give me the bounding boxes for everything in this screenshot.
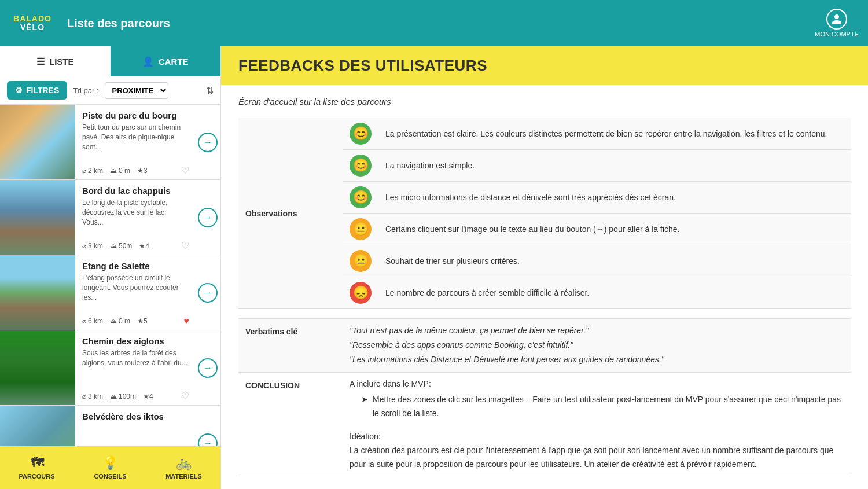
logo: BALADO VÉLO <box>9 14 56 32</box>
distance: ⌀ 3 km <box>82 242 103 250</box>
observation-text: Les micro informations de distance et dé… <box>378 182 851 214</box>
materiels-icon: 🚲 <box>176 455 192 470</box>
denivele-icon: ⛰ <box>110 317 117 325</box>
parcours-desc: Le long de la piste cyclable, découvrez … <box>82 198 189 237</box>
distance: ⌀ 3 km <box>82 392 103 400</box>
conclusion-content: A inclure dans le MVP: ➤ Mettre des zone… <box>343 372 851 476</box>
observation-text: La présentation est claire. Les couleurs… <box>378 118 851 150</box>
left-panel: ☰ LISTE 👤 CARTE ⚙ FILTRES Tri par : PROX… <box>0 46 221 489</box>
conclusion-label: CONCLUSION <box>238 372 343 476</box>
bottom-nav: 🗺 PARCOURS 💡 CONSEILS 🚲 MATERIELS <box>0 446 220 489</box>
parcours-desc <box>82 424 189 446</box>
parcours-meta: ⌀ 3 km ⛰ 100m ★4 ♡ <box>82 391 189 402</box>
user-icon <box>826 9 847 30</box>
parcours-image <box>0 180 75 255</box>
materiels-label: MATERIELS <box>165 473 202 480</box>
tab-liste[interactable]: ☰ LISTE <box>0 46 111 76</box>
parcours-meta: ⌀ 3 km ⛰ 50m ★4 ♡ <box>82 240 189 251</box>
main-layout: ☰ LISTE 👤 CARTE ⚙ FILTRES Tri par : PROX… <box>0 46 868 489</box>
emoji-cell: 😞 <box>343 277 378 309</box>
feedback-title: FEEDBACKS DES UTILISATEURS <box>238 57 487 74</box>
parcours-item[interactable]: Piste du parc du bourg Petit tour du par… <box>0 105 220 180</box>
conseils-icon: 💡 <box>102 455 118 470</box>
heart-empty-icon[interactable]: ♡ <box>181 391 189 402</box>
observation-text: Certains cliquent sur l'image ou le text… <box>378 214 851 245</box>
parcours-arrow: → <box>195 180 220 255</box>
parcours-item[interactable]: Chemin des aiglons Sous les arbres de la… <box>0 330 220 406</box>
parcours-go-button[interactable]: → <box>198 133 218 152</box>
sentiment-icon: 😐 <box>350 218 372 240</box>
user-account-button[interactable]: MON COMPTE <box>815 9 859 38</box>
distance-icon: ⌀ <box>82 317 86 325</box>
heart-empty-icon[interactable]: ♡ <box>181 165 189 176</box>
parcours-image <box>0 330 75 405</box>
ideation-label: Idéation: <box>350 430 844 444</box>
parcours-content: Etang de Salette L'étang possède un circ… <box>75 255 195 330</box>
conclusion-row: CONCLUSION A inclure dans le MVP: ➤ Mett… <box>238 372 851 476</box>
denivele: ⛰ 0 m <box>110 167 130 175</box>
observation-text: Le nombre de parcours à créer semble dif… <box>378 277 851 309</box>
filters-label: FILTRES <box>26 86 59 95</box>
parcours-item[interactable]: Belvédère des iktos → <box>0 406 220 446</box>
sentiment-icon: 😞 <box>350 282 372 304</box>
emoji-cell: 😐 <box>343 245 378 277</box>
parcours-go-button[interactable]: → <box>198 358 218 378</box>
emoji-cell: 😊 <box>343 118 378 150</box>
parcours-icon: 🗺 <box>31 455 43 470</box>
tab-carte[interactable]: 👤 CARTE <box>111 46 221 76</box>
parcours-go-button[interactable]: → <box>198 208 218 227</box>
parcours-content: Piste du parc du bourg Petit tour du par… <box>75 105 195 179</box>
bottom-nav-item-materiels[interactable]: 🚲 MATERIELS <box>147 455 220 480</box>
parcours-item[interactable]: Etang de Salette L'étang possède un circ… <box>0 255 220 330</box>
parcours-image <box>0 406 75 446</box>
tab-liste-label: LISTE <box>49 57 74 67</box>
top-header: BALADO VÉLO Liste des parcours MON COMPT… <box>0 0 868 46</box>
screen-label: Écran d'accueil sur la liste des parcour… <box>238 97 851 106</box>
conseils-label: CONSEILS <box>94 473 126 480</box>
parcours-name: Chemin des aiglons <box>82 336 189 346</box>
parcours-label: PARCOURS <box>19 473 54 480</box>
parcours-arrow: → <box>195 255 220 330</box>
parcours-list: Piste du parc du bourg Petit tour du par… <box>0 105 220 446</box>
sort-icon[interactable]: ⇅ <box>206 85 214 96</box>
parcours-go-button[interactable]: → <box>198 433 218 447</box>
observation-row: Observations 😊 La présentation est clair… <box>238 118 851 150</box>
filters-row: ⚙ FILTRES Tri par : PROXIMITE ⇅ <box>0 76 220 105</box>
parcours-image <box>0 255 75 330</box>
parcours-desc: Sous les arbres de la forêt des aiglons,… <box>82 348 189 387</box>
feedback-content: Écran d'accueil sur la liste des parcour… <box>221 85 868 489</box>
filters-button[interactable]: ⚙ FILTRES <box>7 81 67 100</box>
parcours-name: Piste du parc du bourg <box>82 111 189 120</box>
emoji-cell: 😊 <box>343 150 378 182</box>
stars: ★4 <box>143 392 153 400</box>
parcours-content: Bord du lac chappuis Le long de la piste… <box>75 180 195 255</box>
parcours-name: Belvédère des iktos <box>82 411 189 421</box>
conclusion-text: A inclure dans le MVP: ➤ Mettre des zone… <box>350 377 844 472</box>
parcours-item[interactable]: Bord du lac chappuis Le long de la piste… <box>0 180 220 255</box>
distance-icon: ⌀ <box>82 242 86 250</box>
observations-label: Observations <box>238 118 343 309</box>
heart-full-icon[interactable]: ♥ <box>184 316 190 326</box>
parcours-desc: Petit tour du parc sur un chemin pavé. D… <box>82 123 189 161</box>
right-panel: FEEDBACKS DES UTILISATEURS Écran d'accue… <box>221 46 868 489</box>
denivele: ⛰ 0 m <box>110 317 130 325</box>
parcours-desc: L'étang possède un circuit le longeant. … <box>82 273 189 312</box>
spacer-row <box>238 309 851 319</box>
conclusion-arrow-icon: ➤ <box>361 393 368 407</box>
parcours-meta: ⌀ 2 km ⛰ 0 m ★3 ♡ <box>82 165 189 176</box>
stars: ★5 <box>137 317 148 325</box>
tri-select[interactable]: PROXIMITE <box>105 82 168 99</box>
parcours-go-button[interactable]: → <box>198 283 218 303</box>
map-icon: 👤 <box>142 56 154 67</box>
conclusion-mvp-point: Mettre des zones de clic sur les imagett… <box>373 393 844 421</box>
bottom-nav-item-parcours[interactable]: 🗺 PARCOURS <box>0 455 73 480</box>
heart-empty-icon[interactable]: ♡ <box>181 240 189 251</box>
user-label: MON COMPTE <box>815 31 859 38</box>
list-icon: ☰ <box>36 56 45 67</box>
sentiment-icon: 😊 <box>350 123 372 145</box>
bottom-nav-item-conseils[interactable]: 💡 CONSEILS <box>73 455 147 480</box>
denivele: ⛰ 50m <box>110 242 132 250</box>
tabs: ☰ LISTE 👤 CARTE <box>0 46 220 76</box>
stars: ★4 <box>139 242 149 250</box>
logo-balado: BALADO <box>13 14 52 23</box>
